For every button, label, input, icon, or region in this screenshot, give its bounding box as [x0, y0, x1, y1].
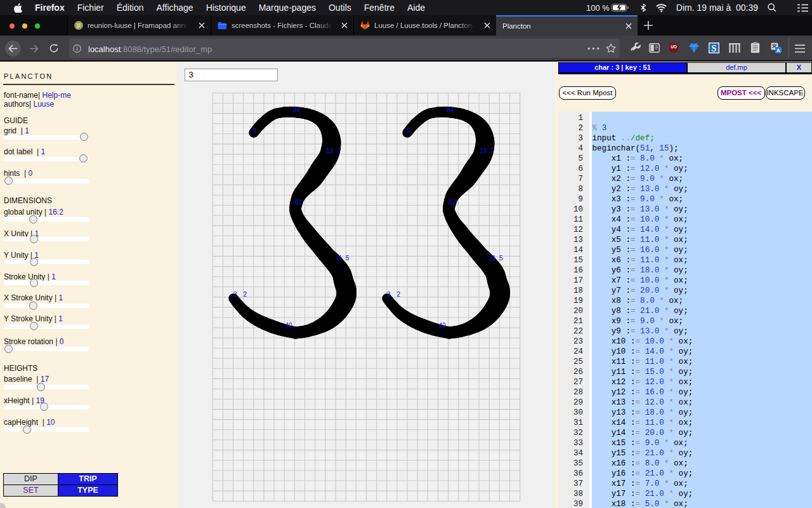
svg-text:2: 2 — [244, 291, 247, 298]
svg-text:13: 13 — [480, 147, 487, 154]
svg-text:11: 11 — [336, 255, 343, 262]
svg-text:84: 84 — [293, 107, 301, 114]
svg-text:9: 9 — [407, 127, 410, 134]
svg-text:62: 62 — [449, 199, 456, 206]
svg-text:84: 84 — [447, 107, 454, 114]
svg-text:40: 40 — [285, 322, 293, 329]
svg-text:3: 3 — [233, 291, 237, 298]
svg-text:UO: UO — [671, 44, 677, 49]
svg-text:11: 11 — [489, 255, 496, 262]
svg-text:7: 7 — [337, 147, 341, 154]
svg-text:A: A — [776, 48, 780, 53]
svg-text:2: 2 — [397, 291, 401, 298]
svg-text:62: 62 — [295, 199, 303, 206]
svg-text:3: 3 — [387, 291, 391, 298]
svg-text:S: S — [712, 44, 717, 53]
svg-text:5: 5 — [499, 255, 503, 262]
svg-text:5: 5 — [346, 255, 350, 262]
svg-text:9: 9 — [253, 127, 257, 134]
svg-text:40: 40 — [439, 322, 447, 329]
svg-text:13: 13 — [326, 147, 334, 154]
svg-text:7: 7 — [490, 147, 494, 154]
